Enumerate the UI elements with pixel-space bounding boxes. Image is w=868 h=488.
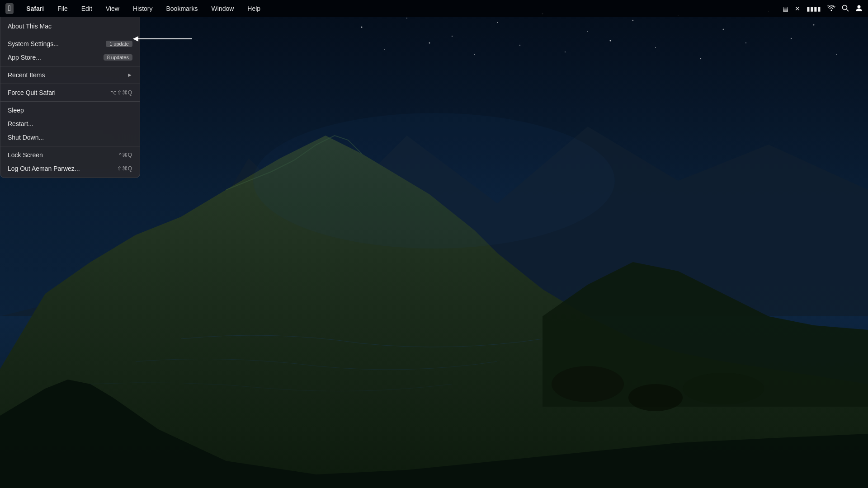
svg-point-19 [700, 58, 701, 59]
svg-point-13 [429, 42, 430, 44]
svg-point-6 [587, 31, 588, 32]
svg-point-14 [474, 54, 475, 55]
menu-item-system-settings-label: System Settings... [8, 40, 102, 47]
battery-icon[interactable]: ▮▮▮▮ [807, 5, 821, 12]
svg-point-15 [519, 45, 520, 46]
svg-point-3 [452, 36, 453, 37]
svg-point-4 [497, 22, 498, 23]
screen-icon[interactable]: ▤ [783, 5, 788, 12]
menu-item-shut-down-label: Shut Down... [8, 134, 132, 141]
arrow-line [133, 38, 192, 39]
menu-item-recent-items[interactable]: Recent Items ► [0, 68, 140, 82]
separator-1 [0, 35, 140, 35]
svg-point-30 [858, 5, 861, 8]
svg-line-29 [847, 9, 849, 11]
menu-item-restart[interactable]: Restart... [0, 117, 140, 131]
menu-item-force-quit-label: Force Quit Safari [8, 89, 107, 96]
svg-point-18 [655, 47, 656, 48]
separator-4 [0, 101, 140, 102]
menu-item-app-store[interactable]: App Store... 8 updates [0, 51, 140, 64]
svg-point-27 [253, 113, 615, 249]
svg-point-25 [628, 384, 683, 411]
svg-point-28 [843, 5, 847, 9]
lock-screen-shortcut: ^⌘Q [119, 152, 132, 158]
audio-icon[interactable]: ✕ [795, 5, 800, 12]
arrow-annotation [133, 38, 192, 39]
menubar-right: ▤ ✕ ▮▮▮▮ [783, 5, 863, 13]
menu-item-lock-screen[interactable]: Lock Screen ^⌘Q [0, 148, 140, 162]
menubar-bookmarks[interactable]: Bookmarks [163, 4, 200, 13]
system-settings-badge: 1 update [106, 41, 132, 47]
svg-point-1 [361, 27, 363, 28]
user-icon[interactable] [855, 5, 863, 13]
wifi-icon[interactable] [827, 5, 835, 13]
menubar-window[interactable]: Window [209, 4, 237, 13]
menubar-edit[interactable]: Edit [79, 4, 95, 13]
separator-5 [0, 146, 140, 146]
log-out-shortcut: ⇧⌘Q [117, 165, 132, 172]
svg-point-7 [632, 20, 633, 21]
svg-point-17 [610, 40, 611, 42]
menubar-help[interactable]: Help [245, 4, 263, 13]
svg-point-21 [813, 24, 815, 26]
menu-item-system-settings[interactable]: System Settings... 1 update [0, 37, 140, 51]
menubar-view[interactable]: View [103, 4, 122, 13]
svg-point-9 [723, 29, 724, 30]
menu-item-shut-down[interactable]: Shut Down... [0, 131, 140, 144]
menu-item-app-store-label: App Store... [8, 54, 100, 61]
menu-item-sleep-label: Sleep [8, 107, 132, 114]
recent-items-arrow-icon: ► [127, 72, 132, 78]
menu-item-log-out-label: Log Out Aeman Parwez... [8, 165, 113, 172]
menu-item-recent-items-label: Recent Items [8, 71, 123, 79]
menubar:  Safari File Edit View History Bookmark… [0, 0, 868, 17]
svg-point-24 [552, 366, 624, 402]
svg-point-2 [406, 18, 407, 19]
separator-3 [0, 84, 140, 84]
menubar-file[interactable]: File [55, 4, 71, 13]
force-quit-shortcut: ⌥⇧⌘Q [110, 89, 132, 96]
search-icon[interactable] [842, 5, 849, 13]
apple-menu-trigger[interactable]:  [5, 3, 14, 14]
menu-item-about[interactable]: About This Mac [0, 19, 140, 33]
separator-2 [0, 66, 140, 66]
menu-item-restart-label: Restart... [8, 120, 132, 127]
menu-item-lock-screen-label: Lock Screen [8, 151, 115, 159]
svg-point-16 [565, 52, 566, 52]
svg-point-22 [836, 54, 837, 55]
app-store-badge: 8 updates [104, 54, 132, 61]
menu-item-force-quit[interactable]: Force Quit Safari ⌥⇧⌘Q [0, 86, 140, 99]
menu-item-log-out[interactable]: Log Out Aeman Parwez... ⇧⌘Q [0, 162, 140, 175]
svg-point-26 [683, 373, 764, 404]
menu-item-about-label: About This Mac [8, 23, 132, 30]
menubar-app-name[interactable]: Safari [24, 4, 47, 13]
svg-point-20 [745, 42, 746, 43]
svg-point-11 [791, 38, 792, 39]
svg-point-12 [384, 49, 385, 50]
menubar-history[interactable]: History [130, 4, 156, 13]
apple-menu-dropdown: About This Mac System Settings... 1 upda… [0, 17, 140, 178]
menubar-left:  Safari File Edit View History Bookmark… [5, 3, 263, 14]
menu-item-sleep[interactable]: Sleep [0, 103, 140, 117]
